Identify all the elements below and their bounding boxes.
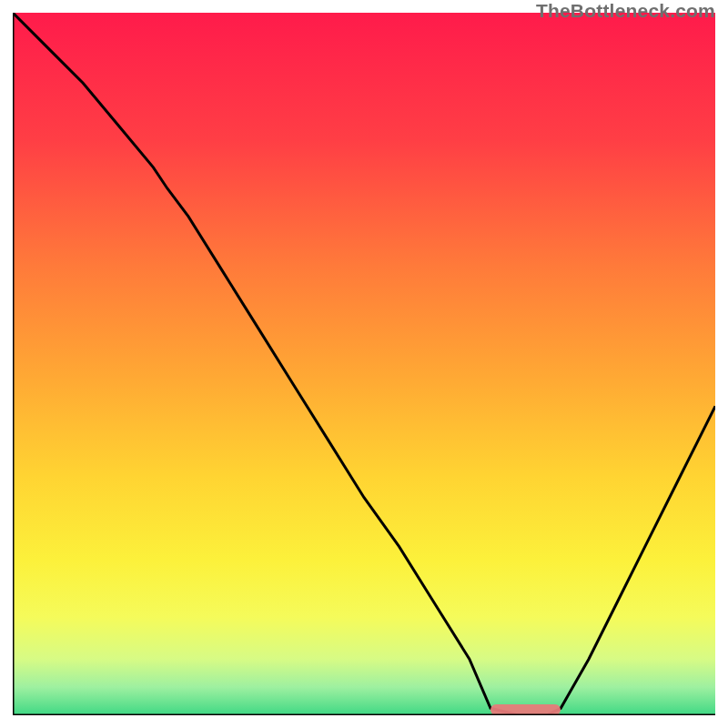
axes (13, 13, 715, 715)
chart-stage: TheBottleneck.com (0, 0, 728, 728)
watermark-label: TheBottleneck.com (536, 0, 715, 22)
plot-area (13, 13, 715, 715)
